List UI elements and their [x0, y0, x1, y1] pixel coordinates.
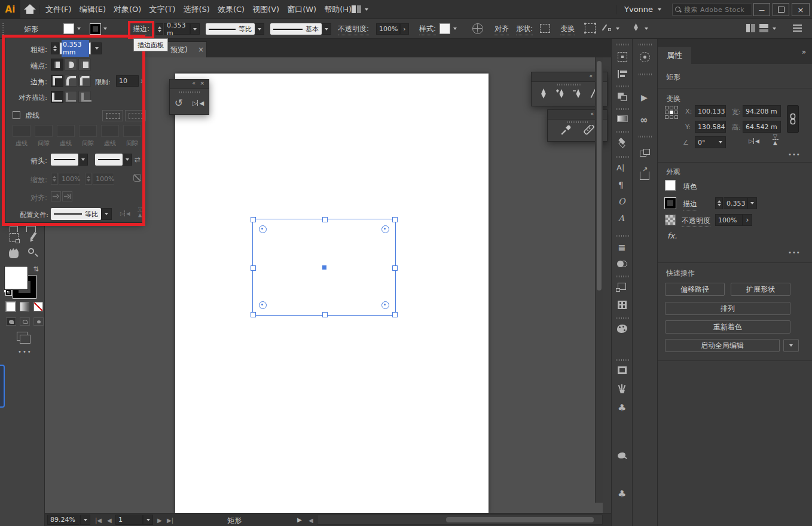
- minimize-button[interactable]: —: [753, 3, 770, 16]
- arrange-button[interactable]: 排列: [665, 302, 790, 315]
- menu-object[interactable]: 对象(O): [114, 4, 141, 15]
- corner-widget-tr[interactable]: [381, 225, 389, 233]
- reflect-tool-icon[interactable]: ▷◀: [193, 100, 204, 106]
- delete-anchor-tool-icon[interactable]: [572, 88, 583, 100]
- arrowhead-start-chevron[interactable]: [78, 154, 88, 166]
- workspace-layout-icon[interactable]: [759, 24, 768, 32]
- handle-mid-left[interactable]: [251, 265, 256, 271]
- artboard-number-field[interactable]: 1: [115, 515, 143, 525]
- strip-grip[interactable]: [639, 74, 652, 75]
- menu-window[interactable]: 窗口(W): [287, 4, 316, 15]
- menu-effect[interactable]: 效果(C): [218, 4, 245, 15]
- copies-panel-icon[interactable]: [640, 149, 651, 158]
- first-artboard-button[interactable]: |◀: [95, 517, 102, 524]
- style-label[interactable]: 样式:: [419, 24, 436, 35]
- corner-widget-br[interactable]: [381, 301, 389, 309]
- cap-butt-button[interactable]: [51, 59, 63, 71]
- separations-preview-icon[interactable]: [618, 301, 627, 309]
- reference-point-grid[interactable]: [665, 106, 680, 121]
- handle-top-right[interactable]: [392, 217, 398, 222]
- appearance-fill-swatch[interactable]: [665, 180, 676, 191]
- align-link[interactable]: 对齐: [494, 24, 509, 35]
- gradient-panel-icon[interactable]: [617, 115, 628, 122]
- collapse-icon[interactable]: «: [589, 74, 593, 79]
- character-panel-icon[interactable]: A|: [616, 163, 624, 172]
- panel-grip[interactable]: [179, 91, 200, 93]
- miter-limit-field[interactable]: 10: [116, 75, 139, 87]
- stroke-color-swatch[interactable]: [90, 24, 100, 34]
- opacity-field[interactable]: 100%: [376, 23, 400, 35]
- shape-label[interactable]: 形状:: [516, 24, 533, 35]
- stroke-width-chevron[interactable]: [190, 23, 200, 35]
- recolor-button[interactable]: 重新着色: [665, 320, 790, 334]
- align-center-button[interactable]: [51, 91, 63, 103]
- appearance-opacity-label[interactable]: 不透明度: [682, 216, 710, 227]
- menu-help[interactable]: 帮助(H): [324, 4, 352, 15]
- panel-grip[interactable]: [557, 84, 581, 85]
- tab-properties[interactable]: 属性: [658, 47, 691, 64]
- appearance-opacity-field[interactable]: 100%: [715, 214, 743, 226]
- menu-view[interactable]: 视图(V): [252, 4, 279, 15]
- arrowhead-end-chevron[interactable]: [123, 154, 132, 166]
- fx-button[interactable]: fx.: [667, 231, 677, 240]
- style-chevron-icon[interactable]: [453, 27, 457, 30]
- strip-grip[interactable]: [616, 85, 629, 87]
- arrowhead-start-dropdown[interactable]: [51, 154, 78, 166]
- appearance-opacity-expand[interactable]: ›: [743, 214, 752, 226]
- document-setup-icon[interactable]: [472, 23, 483, 34]
- expand-shape-button[interactable]: 扩展形状: [731, 283, 790, 296]
- cap-round-button[interactable]: [65, 59, 77, 71]
- horizontal-scrollbar-thumb[interactable]: [446, 517, 594, 522]
- actions-panel-icon[interactable]: ▶: [641, 93, 648, 102]
- home-icon[interactable]: [24, 4, 36, 15]
- appearance-stroke-stepper[interactable]: [715, 197, 723, 209]
- strip-grip[interactable]: [616, 44, 629, 45]
- dash-field-1[interactable]: [13, 125, 30, 137]
- select-similar-chevron[interactable]: [616, 27, 619, 30]
- workspace-chevron[interactable]: [773, 27, 776, 30]
- opentype-panel-icon[interactable]: O: [618, 197, 625, 206]
- toolbar-more-icon[interactable]: •••: [18, 348, 32, 355]
- left-edge-highlight[interactable]: [0, 365, 5, 408]
- hand-tool-icon[interactable]: [9, 248, 19, 258]
- width-profile-dropdown[interactable]: 等比: [206, 23, 255, 35]
- workspace-switcher[interactable]: [352, 5, 368, 13]
- flip-vertical-icon[interactable]: ▷◀: [773, 134, 779, 145]
- handle-top-left[interactable]: [251, 217, 256, 222]
- user-account[interactable]: Yvonne: [624, 5, 661, 14]
- y-field[interactable]: 130.584: [695, 121, 726, 133]
- measure-tool-icon[interactable]: [584, 125, 594, 136]
- handle-bottom-left[interactable]: [251, 312, 256, 317]
- color-guide-panel-icon[interactable]: [618, 342, 627, 351]
- prev-artboard-button[interactable]: ◀: [107, 517, 112, 524]
- width-field[interactable]: 94.208 m: [743, 105, 781, 117]
- link-dimensions-button[interactable]: [787, 105, 799, 133]
- paragraph-panel-icon[interactable]: ¶: [618, 180, 624, 189]
- arrange-docs-icon[interactable]: [746, 24, 755, 32]
- panel-list-icon[interactable]: [793, 25, 802, 32]
- appearance-stroke-swatch[interactable]: [665, 198, 676, 209]
- smart-guides-panel-icon[interactable]: [640, 52, 650, 62]
- dash-preset-2[interactable]: [125, 110, 146, 121]
- add-anchor-tool-icon[interactable]: [555, 88, 566, 100]
- clipped-tool-icon-2[interactable]: [26, 226, 36, 232]
- dash-preset-1[interactable]: [102, 110, 123, 121]
- links-panel-icon[interactable]: ∞: [640, 114, 648, 126]
- handle-top-mid[interactable]: [322, 217, 328, 222]
- weight-field[interactable]: 0.353 mm: [60, 42, 91, 54]
- artboard-tool-icon[interactable]: [10, 233, 19, 242]
- align-panel-icon[interactable]: [618, 70, 627, 78]
- stroke-width-stepper[interactable]: [155, 23, 163, 35]
- close-icon[interactable]: ×: [200, 81, 204, 86]
- menu-select[interactable]: 选择(S): [183, 4, 209, 15]
- color-mode-fill[interactable]: [6, 302, 16, 311]
- appearance-stroke-width-field[interactable]: 0.353: [724, 197, 747, 209]
- corner-widget-bl[interactable]: [259, 301, 267, 309]
- menu-type[interactable]: 文字(T): [149, 4, 175, 15]
- brush-definition-dropdown[interactable]: 基本: [270, 23, 322, 35]
- global-edit-button[interactable]: 启动全局编辑: [665, 339, 780, 352]
- collapse-icon[interactable]: «: [590, 111, 594, 117]
- stroke-width-field[interactable]: 0.353 m: [164, 23, 190, 35]
- zoom-level-field[interactable]: 89.24%: [47, 515, 80, 525]
- symbols-panel-icon[interactable]: ♣: [618, 402, 626, 414]
